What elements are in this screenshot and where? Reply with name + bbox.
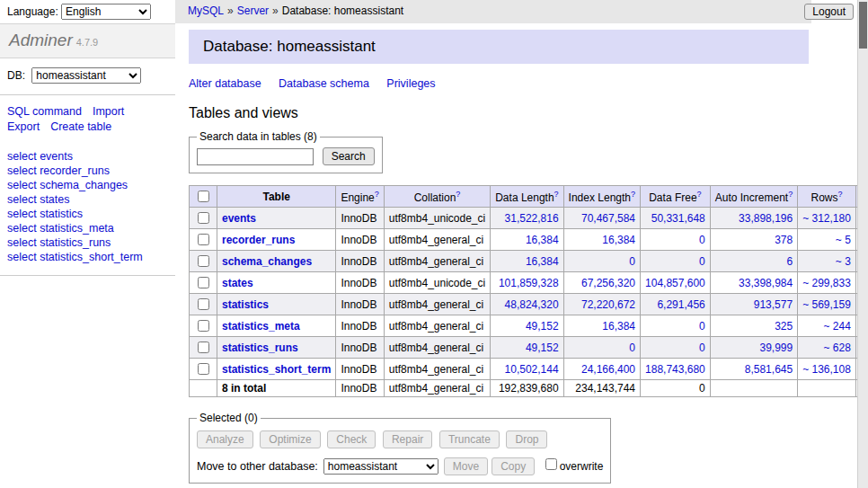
rows-count-link[interactable]: ~ 136,108 (802, 363, 851, 376)
data-free-link[interactable]: 50,331,648 (651, 212, 705, 225)
help-link[interactable]: ? (788, 190, 793, 199)
auto-increment-link[interactable]: 378 (775, 234, 793, 246)
database-schema-link[interactable]: Database schema (279, 77, 369, 90)
table-row: states InnoDB utf8mb4_unicode_ci 101,859… (190, 272, 868, 294)
rows-count-link[interactable]: ~ 244 (824, 320, 851, 333)
index-length-link[interactable]: 24,166,400 (581, 363, 635, 376)
search-button[interactable]: Search (323, 147, 375, 165)
rows-count-link[interactable]: ~ 3 (836, 255, 851, 268)
data-length-link[interactable]: 49,152 (526, 320, 559, 333)
data-free-link[interactable]: 0 (699, 255, 705, 268)
move-database-select[interactable]: homeassistant (323, 458, 438, 475)
logout-button[interactable]: Logout (804, 4, 854, 20)
table-link[interactable]: events (222, 212, 256, 225)
sidebar-create-table-link[interactable]: Create table (50, 120, 111, 133)
row-checkbox[interactable] (198, 342, 209, 353)
sidebar-item-select-recorder-runs[interactable]: select recorder_runs (7, 164, 168, 178)
rows-count-link[interactable]: ~ 299,833 (802, 277, 851, 289)
engine-cell: InnoDB (336, 359, 384, 380)
sidebar-item-select-events[interactable]: select events (7, 149, 168, 164)
sidebar-item-select-schema-changes[interactable]: select schema_changes (7, 178, 168, 192)
language-select[interactable]: English (61, 4, 151, 20)
select-all-checkbox[interactable] (198, 191, 209, 202)
table-row: statistics_meta InnoDB utf8mb4_general_c… (190, 315, 868, 337)
vertical-scrollbar[interactable] (857, 0, 868, 488)
help-link[interactable]: ? (375, 190, 379, 199)
sidebar-sql-command-link[interactable]: SQL command (7, 105, 82, 118)
table-link[interactable]: states (222, 277, 253, 289)
row-checkbox[interactable] (198, 255, 209, 267)
data-free-link[interactable]: 6,291,456 (657, 298, 704, 311)
auto-increment-link[interactable]: 33,898,196 (739, 212, 793, 225)
table-link[interactable]: statistics_short_term (222, 363, 331, 376)
help-link[interactable]: ? (456, 190, 460, 199)
rows-count-link[interactable]: ~ 312,180 (802, 212, 851, 225)
data-free-link[interactable]: 104,857,600 (645, 277, 705, 289)
index-length-link[interactable]: 67,256,320 (581, 277, 635, 289)
data-free-link[interactable]: 0 (699, 320, 705, 333)
total-engine: InnoDB (336, 380, 384, 397)
index-length-link[interactable]: 0 (629, 255, 635, 268)
table-link[interactable]: statistics (222, 298, 269, 311)
total-data-free: 0 (641, 380, 711, 397)
db-select[interactable]: homeassistant (31, 67, 141, 84)
row-checkbox[interactable] (198, 363, 209, 375)
sidebar-import-link[interactable]: Import (93, 105, 124, 118)
engine-cell: InnoDB (336, 229, 384, 251)
data-length-link[interactable]: 101,859,328 (499, 277, 559, 289)
auto-increment-link[interactable]: 33,398,984 (739, 277, 793, 289)
data-free-link[interactable]: 0 (699, 234, 705, 246)
auto-increment-link[interactable]: 8,581,645 (745, 363, 793, 376)
col-header-collation-label: Collation (414, 191, 456, 204)
index-length-link[interactable]: 72,220,672 (581, 298, 635, 311)
table-row: statistics_short_term InnoDB utf8mb4_gen… (190, 359, 868, 380)
sidebar-item-select-statistics-meta[interactable]: select statistics_meta (7, 221, 168, 235)
overwrite-label[interactable]: overwrite (560, 460, 604, 473)
table-link[interactable]: statistics_meta (222, 320, 300, 333)
sidebar-item-select-states[interactable]: select states (7, 192, 168, 207)
row-checkbox[interactable] (198, 234, 209, 245)
help-link[interactable]: ? (838, 190, 843, 199)
search-input[interactable] (197, 148, 314, 165)
data-length-link[interactable]: 16,384 (526, 234, 559, 246)
privileges-link[interactable]: Privileges (386, 77, 435, 90)
auto-increment-link[interactable]: 913,577 (754, 298, 793, 311)
auto-increment-link[interactable]: 325 (775, 320, 793, 333)
table-link[interactable]: statistics_runs (222, 342, 298, 354)
data-length-link[interactable]: 49,152 (526, 342, 559, 354)
data-free-link[interactable]: 0 (699, 342, 705, 354)
help-link[interactable]: ? (631, 190, 635, 199)
data-free-link[interactable]: 188,743,680 (645, 363, 705, 376)
scrollbar-thumb[interactable] (859, 2, 867, 49)
auto-increment-link[interactable]: 39,999 (759, 342, 793, 354)
index-length-link[interactable]: 70,467,584 (581, 212, 635, 225)
help-link[interactable]: ? (697, 190, 702, 199)
alter-database-link[interactable]: Alter database (189, 77, 261, 90)
data-length-link[interactable]: 48,824,320 (505, 298, 559, 311)
index-length-link[interactable]: 16,384 (602, 234, 635, 246)
index-length-link[interactable]: 0 (629, 342, 635, 354)
rows-count-link[interactable]: ~ 5 (836, 234, 851, 246)
sidebar-export-link[interactable]: Export (7, 120, 40, 133)
overwrite-checkbox[interactable] (545, 458, 557, 470)
sidebar-item-select-statistics-short-term[interactable]: select statistics_short_term (7, 250, 168, 264)
auto-increment-link[interactable]: 6 (786, 255, 793, 268)
data-length-link[interactable]: 31,522,816 (505, 212, 559, 225)
table-link[interactable]: schema_changes (222, 255, 312, 268)
sidebar-item-select-statistics-runs[interactable]: select statistics_runs (7, 235, 168, 250)
breadcrumb-mysql-link[interactable]: MySQL (188, 4, 224, 17)
row-checkbox[interactable] (198, 212, 209, 224)
table-link[interactable]: recorder_runs (222, 234, 295, 246)
rows-count-link[interactable]: ~ 569,159 (802, 298, 851, 311)
row-checkbox[interactable] (198, 277, 209, 288)
sidebar-item-select-statistics[interactable]: select statistics (7, 207, 168, 221)
table-header-row: Table Engine? Collation? Data Length? In… (190, 186, 868, 208)
data-length-link[interactable]: 10,502,144 (505, 363, 559, 376)
help-link[interactable]: ? (554, 190, 559, 199)
row-checkbox[interactable] (198, 298, 209, 310)
row-checkbox[interactable] (198, 320, 209, 332)
data-length-link[interactable]: 16,384 (526, 255, 559, 268)
rows-count-link[interactable]: ~ 628 (824, 342, 851, 354)
breadcrumb-server-link[interactable]: Server (237, 4, 269, 17)
index-length-link[interactable]: 16,384 (602, 320, 635, 333)
